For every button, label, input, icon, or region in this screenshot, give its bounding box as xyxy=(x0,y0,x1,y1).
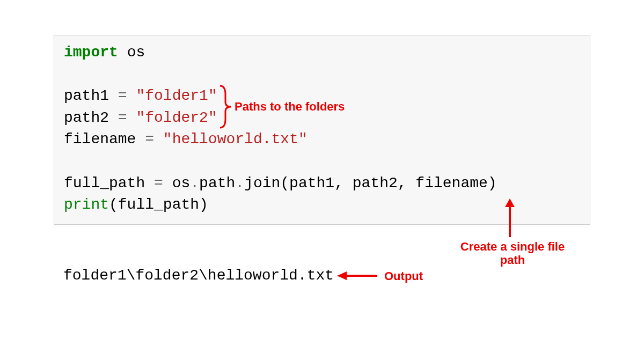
code-blank-1 xyxy=(64,64,580,86)
brace-icon xyxy=(218,85,235,129)
builtin-print: print xyxy=(64,196,109,213)
output-text: folder1\folder2\helloworld.txt xyxy=(63,267,334,284)
code-line-1: import os xyxy=(64,42,580,64)
string-folder2: "folder2" xyxy=(136,109,217,126)
keyword-import: import xyxy=(64,44,118,61)
annotation-paths: Paths to the folders xyxy=(235,100,345,113)
annotation-output: Output xyxy=(384,269,423,283)
arrow-up-icon xyxy=(503,199,516,239)
svg-marker-1 xyxy=(505,199,515,207)
code-line-8: print(full_path) xyxy=(64,194,580,216)
code-line-5: filename = "helloworld.txt" xyxy=(64,129,580,151)
code-blank-2 xyxy=(64,151,580,173)
arrow-left-icon xyxy=(337,270,379,282)
code-block: import os path1 = "folder1" path2 = "fol… xyxy=(54,35,590,225)
string-filename: "helloworld.txt" xyxy=(163,131,308,148)
annotation-create: Create a single file path xyxy=(456,240,569,267)
svg-marker-3 xyxy=(337,271,347,280)
string-folder1: "folder1" xyxy=(136,87,217,104)
code-line-7: full_path = os.path.join(path1, path2, f… xyxy=(64,173,580,195)
module-os: os xyxy=(118,44,145,61)
